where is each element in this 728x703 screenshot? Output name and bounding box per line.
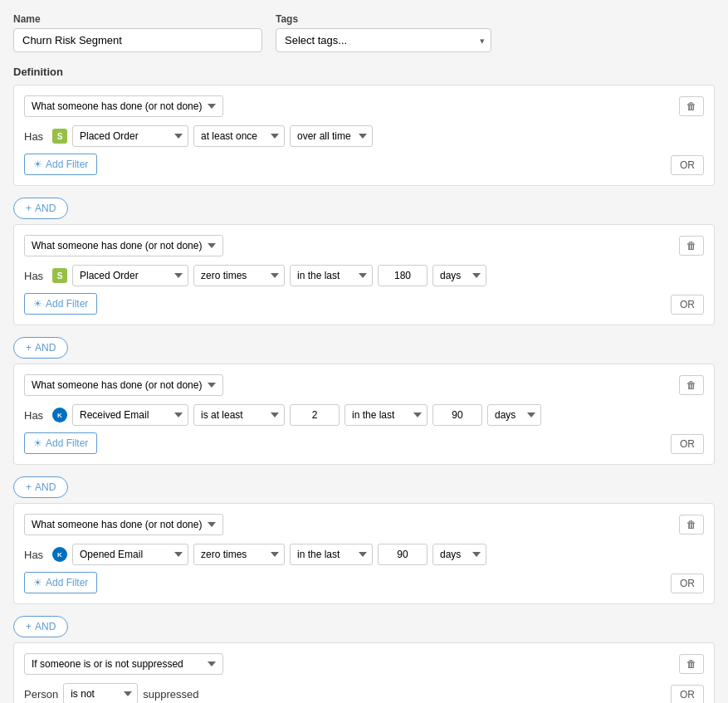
has-label-1: Has <box>24 130 47 143</box>
condition-type-select-2[interactable]: What someone has done (or not done) <box>24 235 223 256</box>
condition-footer-1: ☀ Add FilterOR <box>24 147 704 175</box>
condition-row-2: HasSPlaced Orderzero timesin the lastday… <box>24 265 704 286</box>
blocks-container: What someone has done (or not done)🗑HasS… <box>13 85 715 703</box>
condition-row-5: Personis notsuppressed <box>24 683 704 703</box>
condition-header-1: What someone has done (or not done)🗑 <box>24 95 704 117</box>
days-select-2[interactable]: days <box>432 265 486 286</box>
event-select-1[interactable]: Placed Order <box>72 125 188 147</box>
event-icon-4: K <box>52 547 67 562</box>
and-label-3: AND <box>35 481 56 493</box>
definition-label: Definition <box>13 66 715 78</box>
condition-header-5: If someone is or is not suppressed🗑 <box>24 653 704 675</box>
condition-block-2: What someone has done (or not done)🗑HasS… <box>13 224 715 325</box>
frequency-select-2[interactable]: zero times <box>193 265 285 286</box>
days-select-3[interactable]: days <box>487 404 541 426</box>
event-select-2[interactable]: Placed Order <box>72 265 188 286</box>
add-filter-button-3[interactable]: ☀ Add Filter <box>24 432 97 454</box>
add-filter-button-1[interactable]: ☀ Add Filter <box>24 154 97 175</box>
add-filter-button-4[interactable]: ☀ Add Filter <box>24 572 97 593</box>
suppressed-text-5: suppressed <box>143 688 198 701</box>
time-select-3[interactable]: in the last <box>344 404 428 426</box>
name-input[interactable] <box>13 28 262 52</box>
and-button-1[interactable]: + AND <box>13 198 68 219</box>
event-select-3[interactable]: Received Email <box>72 404 188 426</box>
days-select-4[interactable]: days <box>432 544 486 565</box>
and-plus-icon-2: + <box>26 342 32 354</box>
person-condition-select-5[interactable]: is not <box>63 683 138 703</box>
tags-wrapper: Select tags... <box>276 28 491 52</box>
event-select-4[interactable]: Opened Email <box>72 544 188 565</box>
filter-icon-4: ☀ <box>33 577 42 588</box>
has-label-4: Has <box>24 549 47 561</box>
delete-button-1[interactable]: 🗑 <box>679 96 704 116</box>
condition-row-1: HasSPlaced Orderat least onceover all ti… <box>24 125 704 147</box>
delete-button-2[interactable]: 🗑 <box>679 236 704 256</box>
delete-button-5[interactable]: 🗑 <box>679 654 704 674</box>
days-number-input-3[interactable] <box>432 404 482 426</box>
tags-label: Tags <box>276 13 491 25</box>
tags-select[interactable]: Select tags... <box>276 28 491 52</box>
tags-field-group: Tags Select tags... <box>276 13 491 52</box>
condition-block-3: What someone has done (or not done)🗑HasK… <box>13 364 715 465</box>
frequency-select-3[interactable]: is at least <box>193 404 285 426</box>
condition-row-3: HasKReceived Emailis at leastin the last… <box>24 404 704 426</box>
and-label-1: AND <box>35 203 56 214</box>
condition-header-4: What someone has done (or not done)🗑 <box>24 514 704 535</box>
time-select-4[interactable]: in the last <box>290 544 373 565</box>
has-label-5: Person <box>24 688 58 701</box>
time-select-1[interactable]: over all time <box>290 125 373 147</box>
and-button-3[interactable]: + AND <box>13 476 68 498</box>
top-row: Name Tags Select tags... <box>13 13 715 52</box>
condition-type-select-5[interactable]: If someone is or is not suppressed <box>24 653 223 675</box>
or-button-4[interactable]: OR <box>671 574 704 593</box>
and-button-4[interactable]: + AND <box>13 616 68 637</box>
freq-number-input-3[interactable] <box>290 404 340 426</box>
or-button-1[interactable]: OR <box>671 155 704 175</box>
number-input-4[interactable] <box>378 544 428 565</box>
and-plus-icon-3: + <box>26 481 32 493</box>
filter-icon-2: ☀ <box>33 298 42 310</box>
add-filter-button-2[interactable]: ☀ Add Filter <box>24 293 97 315</box>
condition-block-4: What someone has done (or not done)🗑HasK… <box>13 503 715 604</box>
and-plus-icon-4: + <box>26 621 32 632</box>
or-button-3[interactable]: OR <box>671 434 704 454</box>
condition-footer-2: ☀ Add FilterOR <box>24 286 704 315</box>
has-label-2: Has <box>24 270 47 282</box>
or-button-5[interactable]: OR <box>671 685 704 703</box>
condition-footer-3: ☀ Add FilterOR <box>24 426 704 454</box>
and-button-2[interactable]: + AND <box>13 337 68 359</box>
name-label: Name <box>13 13 262 25</box>
filter-icon-1: ☀ <box>33 159 42 170</box>
and-label-4: AND <box>35 621 56 632</box>
event-icon-1: S <box>52 129 67 144</box>
filter-icon-3: ☀ <box>33 437 42 449</box>
time-select-2[interactable]: in the last <box>290 265 373 286</box>
number-input-2[interactable] <box>378 265 428 286</box>
frequency-select-1[interactable]: at least once <box>193 125 285 147</box>
and-plus-icon-1: + <box>26 203 32 214</box>
condition-row-4: HasKOpened Emailzero timesin the lastday… <box>24 544 704 565</box>
delete-button-3[interactable]: 🗑 <box>679 375 704 395</box>
and-label-2: AND <box>35 342 56 354</box>
event-icon-2: S <box>52 268 67 283</box>
frequency-select-4[interactable]: zero times <box>193 544 285 565</box>
condition-header-3: What someone has done (or not done)🗑 <box>24 374 704 396</box>
condition-block-1: What someone has done (or not done)🗑HasS… <box>13 85 715 186</box>
condition-type-select-3[interactable]: What someone has done (or not done) <box>24 374 223 396</box>
condition-type-select-1[interactable]: What someone has done (or not done) <box>24 95 223 117</box>
event-icon-3: K <box>52 408 67 422</box>
name-field-group: Name <box>13 13 262 52</box>
condition-footer-4: ☀ Add FilterOR <box>24 565 704 593</box>
has-label-3: Has <box>24 409 47 422</box>
delete-button-4[interactable]: 🗑 <box>679 515 704 535</box>
condition-block-5: If someone is or is not suppressed🗑Perso… <box>13 642 715 703</box>
or-button-2[interactable]: OR <box>671 295 704 315</box>
condition-type-select-4[interactable]: What someone has done (or not done) <box>24 514 223 535</box>
condition-header-2: What someone has done (or not done)🗑 <box>24 235 704 256</box>
